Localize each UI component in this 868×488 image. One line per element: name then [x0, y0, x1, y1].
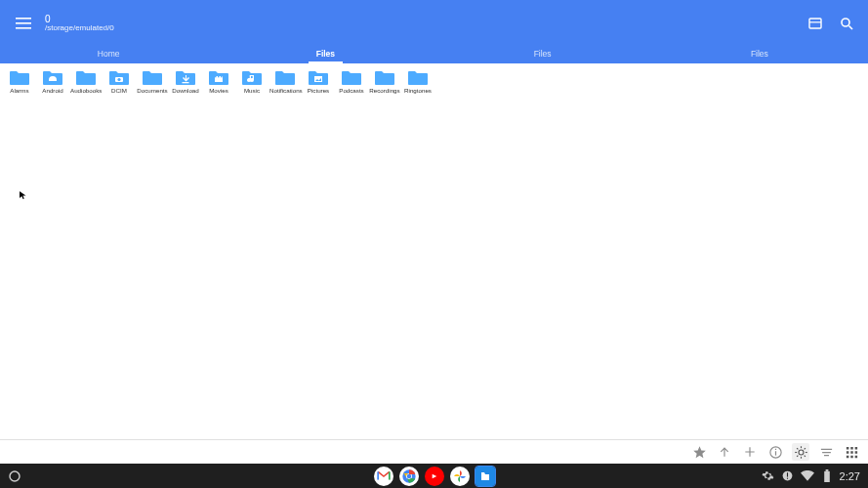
folder-icon — [108, 67, 130, 85]
svg-line-26 — [804, 455, 805, 456]
folder-download[interactable]: Download — [170, 67, 201, 94]
arrow-up-icon — [718, 445, 731, 459]
folder-ringtones[interactable]: Ringtones — [402, 67, 434, 94]
app-youtube[interactable] — [425, 467, 444, 486]
bottom-action-bar — [0, 439, 868, 464]
folder-icon — [42, 67, 63, 85]
folder-label: Alarms — [4, 87, 35, 94]
folder-dcim[interactable]: DCIM — [103, 67, 135, 94]
gmail-icon — [377, 470, 391, 481]
brightness-button[interactable] — [792, 443, 809, 461]
sort-icon — [819, 445, 834, 460]
folder-label: Ringtones — [402, 87, 434, 94]
up-button[interactable] — [716, 443, 733, 461]
search-icon — [840, 17, 853, 30]
title-block: 0 /storage/emulated/0 — [45, 14, 114, 33]
plus-icon — [743, 445, 757, 459]
folder-grid: AlarmsAndroidAudiobooksDCIMDocumentsDown… — [0, 63, 868, 98]
taskbar-apps — [374, 467, 495, 486]
app-files[interactable] — [475, 467, 495, 486]
menu-button[interactable] — [12, 12, 35, 35]
svg-rect-19 — [774, 448, 775, 449]
path-subtitle: /storage/emulated/0 — [45, 24, 114, 33]
hamburger-icon — [16, 18, 31, 29]
folder-android[interactable]: Android — [37, 67, 68, 94]
grid-icon — [845, 445, 859, 460]
svg-rect-1 — [16, 22, 31, 24]
svg-line-28 — [804, 448, 805, 449]
info-button[interactable] — [766, 443, 784, 461]
folder-label: Notifications — [269, 87, 301, 94]
sort-button[interactable] — [817, 443, 835, 461]
folder-movies[interactable]: Movies — [203, 67, 234, 94]
folder-icon — [9, 67, 30, 85]
folder-icon — [341, 67, 362, 85]
folder-pictures[interactable]: Pictures — [303, 67, 334, 94]
app-chrome[interactable] — [399, 467, 419, 486]
folder-music[interactable]: Music — [236, 67, 268, 94]
tab-files-3[interactable]: Files — [651, 47, 868, 63]
folder-recordings[interactable]: Recordings — [369, 67, 400, 94]
launcher-button[interactable] — [8, 469, 21, 483]
svg-line-27 — [797, 455, 798, 456]
svg-rect-4 — [809, 21, 821, 22]
svg-point-20 — [799, 450, 804, 455]
svg-rect-34 — [787, 472, 788, 476]
clock: 2:27 — [840, 470, 860, 482]
folder-label: Android — [37, 87, 68, 94]
card-icon — [808, 17, 822, 30]
svg-rect-13 — [215, 76, 217, 77]
card-icon-button[interactable] — [804, 12, 827, 35]
folder-label: Audiobooks — [70, 87, 102, 94]
search-button[interactable] — [835, 12, 858, 35]
folder-notifications[interactable]: Notifications — [269, 67, 301, 94]
folder-alarms[interactable]: Alarms — [4, 67, 35, 94]
folder-icon — [407, 67, 429, 85]
app-bar: 0 /storage/emulated/0 Home Files Files F… — [0, 0, 868, 63]
folder-label: DCIM — [103, 87, 135, 94]
app-gmail[interactable] — [374, 467, 393, 486]
folder-label: Movies — [203, 87, 234, 94]
mouse-cursor-icon — [19, 190, 28, 200]
app-photos[interactable] — [450, 467, 470, 486]
folder-label: Recordings — [369, 87, 400, 94]
svg-rect-14 — [218, 76, 220, 77]
svg-rect-18 — [774, 451, 775, 455]
star-button[interactable] — [690, 443, 708, 461]
system-taskbar: 2:27 — [0, 464, 868, 488]
add-button[interactable] — [741, 443, 759, 461]
svg-point-10 — [117, 78, 120, 81]
folder-documents[interactable]: Documents — [137, 67, 168, 94]
folder-podcasts[interactable]: Podcasts — [336, 67, 367, 94]
svg-rect-3 — [809, 19, 821, 28]
alert-icon — [781, 469, 794, 482]
info-icon — [768, 445, 783, 460]
tab-files-1[interactable]: Files — [217, 47, 434, 63]
svg-point-29 — [10, 471, 20, 481]
view-grid-button[interactable] — [843, 443, 860, 461]
folder-icon — [142, 67, 163, 85]
alert-status-icon[interactable] — [781, 469, 795, 483]
tab-files-2[interactable]: Files — [434, 47, 651, 63]
folder-label: Download — [170, 87, 201, 94]
settings-status-icon[interactable] — [762, 469, 775, 483]
photos-icon — [452, 468, 468, 484]
files-app-icon — [479, 470, 491, 482]
svg-rect-11 — [183, 82, 189, 83]
battery-icon — [823, 469, 831, 482]
gear-icon — [762, 469, 774, 482]
folder-label: Documents — [137, 87, 168, 94]
brightness-icon — [794, 445, 808, 460]
folder-label: Music — [236, 87, 268, 94]
folder-icon — [175, 67, 196, 85]
svg-rect-2 — [16, 27, 31, 29]
folder-audiobooks[interactable]: Audiobooks — [70, 67, 102, 94]
svg-rect-37 — [825, 469, 828, 471]
wifi-icon — [801, 470, 814, 481]
tab-row: Home Files Files Files — [0, 47, 868, 63]
tab-home[interactable]: Home — [0, 47, 217, 63]
star-icon — [692, 445, 707, 460]
folder-icon — [241, 67, 263, 85]
youtube-icon — [429, 472, 439, 480]
folder-icon — [274, 67, 296, 85]
